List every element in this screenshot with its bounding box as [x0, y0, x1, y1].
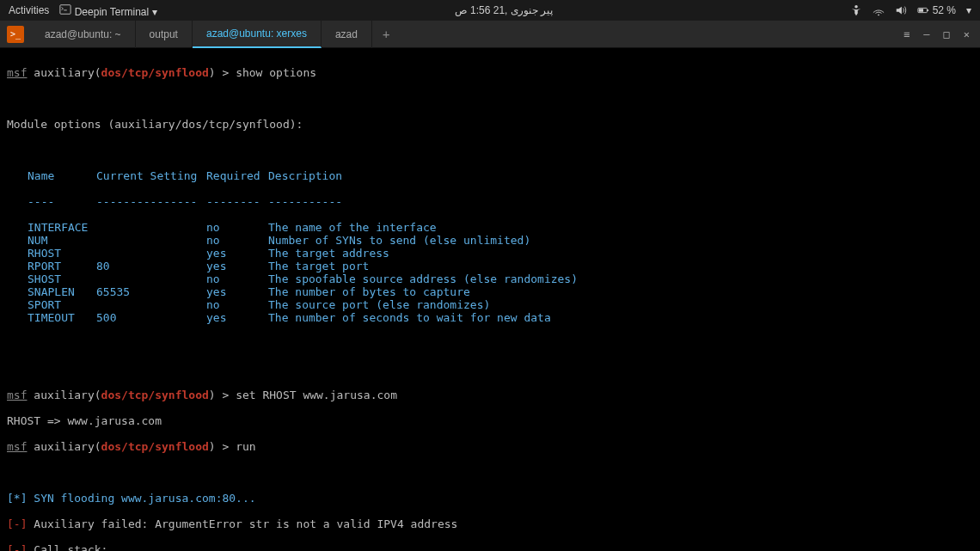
- gnome-topbar: Activities Deepin Terminal ▾ پیر جنوری ,…: [0, 0, 980, 21]
- svg-point-2: [878, 14, 879, 15]
- close-button[interactable]: ✕: [964, 28, 970, 40]
- terminal-output[interactable]: msf auxiliary(dos/tcp/synflood) > show o…: [0, 48, 980, 551]
- minimize-button[interactable]: —: [923, 28, 929, 40]
- maximize-button[interactable]: □: [944, 28, 950, 40]
- tab-2[interactable]: azad@ubuntu: xerxes: [193, 21, 322, 48]
- svg-rect-0: [60, 4, 70, 14]
- battery-indicator[interactable]: 52 %: [917, 4, 956, 17]
- terminal-icon: [59, 3, 71, 15]
- accessibility-icon[interactable]: [850, 4, 862, 16]
- battery-icon: [917, 4, 929, 16]
- app-menu[interactable]: Deepin Terminal ▾: [59, 3, 156, 18]
- clock[interactable]: پیر جنوری ,21 1:56 ص: [157, 4, 851, 16]
- svg-point-1: [855, 5, 859, 9]
- option-row: SPORTnoThe source port (else randomizes): [28, 298, 973, 311]
- option-row: TIMEOUT500yesThe number of seconds to wa…: [28, 311, 973, 324]
- menu-button[interactable]: ≡: [903, 28, 910, 40]
- option-row: RHOSTyesThe target address: [28, 247, 973, 260]
- volume-icon[interactable]: [895, 4, 907, 16]
- terminal-titlebar: >_ azad@ubuntu: ~ output azad@ubuntu: xe…: [0, 21, 980, 48]
- tab-1[interactable]: output: [136, 21, 193, 48]
- tab-3[interactable]: azad: [322, 21, 372, 48]
- new-tab-button[interactable]: +: [372, 28, 400, 41]
- svg-rect-4: [928, 10, 929, 12]
- network-icon[interactable]: [873, 4, 885, 16]
- option-row: SHOSTnoThe spoofable source address (els…: [28, 272, 973, 285]
- tab-0[interactable]: azad@ubuntu: ~: [31, 21, 136, 48]
- option-row: RPORT80yesThe target port: [28, 260, 973, 272]
- activities-button[interactable]: Activities: [9, 4, 49, 16]
- option-row: NUMnoNumber of SYNs to send (else unlimi…: [28, 234, 973, 247]
- system-menu-arrow[interactable]: ▾: [966, 4, 971, 16]
- msf-prompt: msf: [7, 66, 27, 79]
- svg-rect-5: [919, 9, 923, 13]
- option-row: INTERFACEnoThe name of the interface: [28, 221, 973, 234]
- option-row: SNAPLEN65535yesThe number of bytes to ca…: [28, 285, 973, 298]
- command: show options: [236, 66, 316, 79]
- module-header: Module options (auxiliary/dos/tcp/synflo…: [7, 118, 973, 131]
- terminal-app-icon: >_: [7, 26, 24, 43]
